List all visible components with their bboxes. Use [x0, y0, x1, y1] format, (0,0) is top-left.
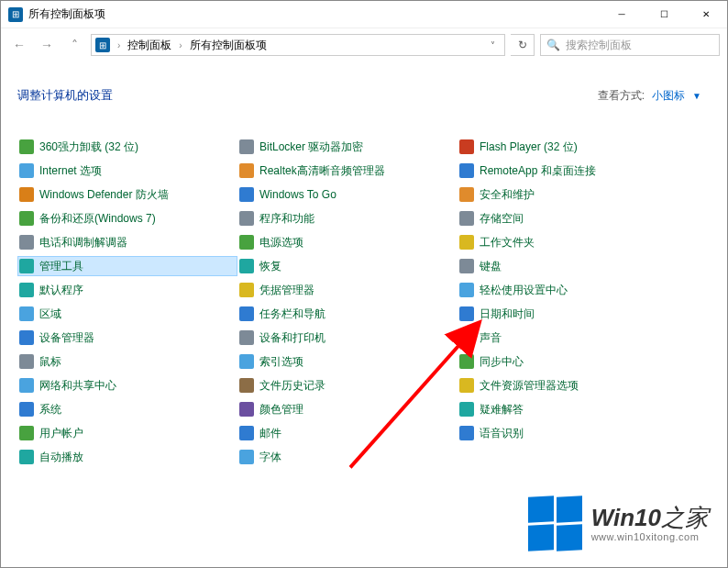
cp-item-icon — [239, 450, 254, 464]
cp-item-label: 区域 — [39, 306, 61, 322]
cp-item[interactable]: 鼠标 — [17, 351, 237, 372]
cp-item[interactable]: 任务栏和导航 — [237, 304, 458, 324]
back-button[interactable]: ← — [8, 34, 30, 56]
watermark-logo — [528, 496, 582, 551]
cp-item-icon — [239, 330, 254, 345]
cp-item-label: Realtek高清晰音频管理器 — [259, 163, 385, 179]
up-button[interactable]: ˄ — [63, 34, 85, 56]
viewby-value[interactable]: 小图标 — [652, 88, 685, 104]
cp-item[interactable]: 区域 — [17, 304, 237, 324]
cp-item[interactable]: 存储空间 — [458, 208, 678, 228]
cp-item[interactable]: 凭据管理器 — [237, 280, 458, 300]
cp-item[interactable]: 自动播放 — [17, 447, 237, 467]
cp-item[interactable]: 程序和功能 — [237, 208, 458, 228]
control-panel-icon: ⊞ — [95, 38, 110, 52]
watermark-brand: Win10之家 — [591, 505, 709, 531]
cp-item-label: 备份和还原(Windows 7) — [39, 211, 156, 227]
cp-item[interactable]: 文件历史记录 — [237, 375, 458, 395]
window-title: 所有控制面板项 — [28, 6, 105, 22]
cp-item[interactable]: Windows Defender 防火墙 — [17, 184, 237, 205]
cp-item-icon — [239, 139, 254, 154]
cp-item-icon — [239, 354, 254, 369]
cp-item-icon — [19, 426, 34, 440]
cp-item[interactable]: Windows To Go — [237, 184, 458, 205]
column-3: Flash Player (32 位)RemoteApp 和桌面连接安全和维护存… — [458, 137, 678, 467]
cp-item-label: 电话和调制解调器 — [39, 235, 127, 251]
address-dropdown[interactable]: ˅ — [485, 40, 501, 50]
cp-item[interactable]: 字体 — [237, 447, 458, 467]
cp-item-label: 语音识别 — [480, 426, 524, 441]
cp-item[interactable]: Internet 选项 — [17, 161, 237, 181]
cp-item[interactable]: 索引选项 — [237, 351, 458, 372]
cp-item[interactable]: 同步中心 — [458, 351, 678, 372]
cp-item-label: 设备和打印机 — [259, 330, 325, 346]
cp-item-icon — [239, 235, 254, 250]
breadcrumb-2[interactable]: 所有控制面板项 — [190, 38, 267, 53]
cp-item[interactable]: 工作文件夹 — [458, 232, 678, 252]
cp-item[interactable]: Realtek高清晰音频管理器 — [237, 161, 458, 181]
refresh-button[interactable]: ↻ — [511, 34, 535, 56]
address-bar[interactable]: ⊞ › 控制面板 › 所有控制面板项 ˅ — [91, 34, 505, 56]
cp-item-icon — [19, 259, 34, 273]
cp-item-icon — [239, 402, 254, 417]
cp-item-icon — [459, 187, 474, 202]
cp-item-icon — [459, 259, 474, 273]
cp-item-icon — [239, 426, 254, 440]
cp-item[interactable]: 设备和打印机 — [237, 328, 458, 348]
search-input[interactable]: 🔍 搜索控制面板 — [540, 34, 720, 56]
cp-item[interactable]: 文件资源管理器选项 — [458, 375, 678, 395]
cp-item[interactable]: BitLocker 驱动器加密 — [237, 137, 458, 157]
cp-item[interactable]: 管理工具 — [17, 256, 237, 276]
cp-item-label: Windows To Go — [259, 188, 336, 201]
cp-item[interactable]: 声音 — [458, 328, 678, 348]
cp-item[interactable]: Flash Player (32 位) — [458, 137, 678, 157]
cp-item[interactable]: 键盘 — [458, 256, 678, 276]
cp-item-icon — [459, 378, 474, 393]
cp-item[interactable]: 默认程序 — [17, 280, 237, 300]
cp-item[interactable]: 备份和还原(Windows 7) — [17, 208, 237, 228]
cp-item-icon — [19, 283, 34, 297]
cp-item-label: 设备管理器 — [39, 330, 94, 346]
cp-item[interactable]: 日期和时间 — [458, 304, 678, 324]
cp-item[interactable]: 系统 — [17, 399, 237, 419]
viewby-selector[interactable]: 查看方式: 小图标 ▼ — [598, 88, 701, 104]
cp-item-label: 颜色管理 — [259, 402, 303, 418]
cp-item[interactable]: 用户帐户 — [17, 423, 237, 443]
cp-item[interactable]: 语音识别 — [458, 423, 678, 443]
breadcrumb-1[interactable]: 控制面板 — [127, 38, 171, 53]
cp-item-label: 恢复 — [259, 259, 281, 274]
cp-item[interactable]: 电话和调制解调器 — [17, 232, 237, 252]
cp-item-label: 疑难解答 — [480, 402, 524, 418]
watermark-url: www.win10xitong.com — [591, 531, 709, 542]
cp-item[interactable]: 轻松使用设置中心 — [458, 280, 678, 300]
cp-item[interactable]: 设备管理器 — [17, 328, 237, 348]
minimize-button[interactable]: ─ — [601, 1, 643, 28]
cp-item-label: 安全和维护 — [480, 187, 535, 203]
app-icon: ⊞ — [8, 7, 23, 22]
cp-item-icon — [239, 259, 254, 273]
cp-item-icon — [19, 378, 34, 393]
cp-item-icon — [19, 330, 34, 345]
cp-item[interactable]: 邮件 — [237, 423, 458, 443]
chevron-right-icon: › — [117, 40, 120, 50]
chevron-right-icon: › — [179, 40, 182, 50]
close-button[interactable]: ✕ — [685, 1, 727, 28]
cp-item-icon — [239, 163, 254, 178]
cp-item-icon — [19, 450, 34, 464]
cp-item[interactable]: 安全和维护 — [458, 184, 678, 205]
cp-item[interactable]: 360强力卸载 (32 位) — [17, 137, 237, 157]
cp-item[interactable]: 电源选项 — [237, 232, 458, 252]
cp-item[interactable]: 疑难解答 — [458, 399, 678, 419]
cp-item-label: 凭据管理器 — [259, 283, 314, 298]
cp-item-label: 程序和功能 — [259, 211, 314, 227]
cp-item[interactable]: 颜色管理 — [237, 399, 458, 419]
cp-item[interactable]: RemoteApp 和桌面连接 — [458, 161, 678, 181]
cp-item[interactable]: 网络和共享中心 — [17, 375, 237, 395]
cp-item[interactable]: 恢复 — [237, 256, 458, 276]
cp-item-icon — [239, 187, 254, 202]
navigation-row: ← → ˄ ⊞ › 控制面板 › 所有控制面板项 ˅ ↻ 🔍 搜索控制面板 — [1, 28, 727, 61]
cp-item-label: 声音 — [480, 330, 502, 346]
forward-button[interactable]: → — [36, 34, 58, 56]
cp-item-label: 工作文件夹 — [480, 235, 535, 251]
maximize-button[interactable]: ☐ — [643, 1, 685, 28]
